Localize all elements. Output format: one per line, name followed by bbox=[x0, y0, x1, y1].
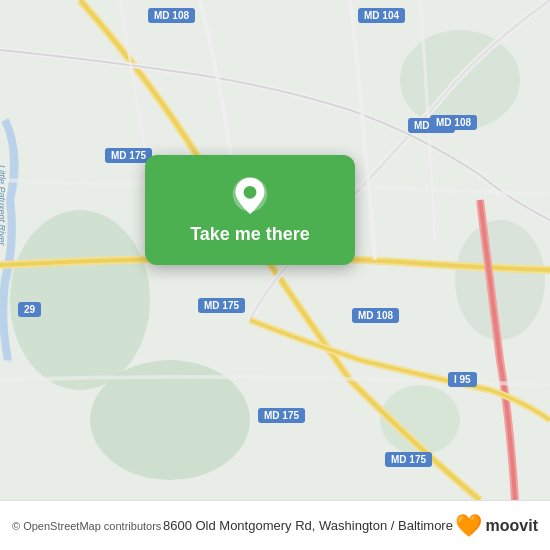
svg-point-7 bbox=[244, 186, 257, 199]
take-me-there-label: Take me there bbox=[190, 224, 310, 245]
svg-point-1 bbox=[10, 210, 150, 390]
take-me-there-card[interactable]: Take me there bbox=[145, 155, 355, 265]
moovit-text: moovit bbox=[486, 517, 538, 535]
road-label-md108-top: MD 108 bbox=[148, 8, 195, 23]
road-label-md175-left: MD 175 bbox=[105, 148, 152, 163]
road-label-md175-mid: MD 175 bbox=[198, 298, 245, 313]
location-pin-icon bbox=[230, 176, 270, 216]
osm-attribution: © OpenStreetMap contributors bbox=[12, 520, 161, 532]
road-label-md175-br: MD 175 bbox=[385, 452, 432, 467]
river-label: Little Patuxent River bbox=[0, 165, 7, 246]
svg-point-5 bbox=[455, 220, 545, 340]
map-container: MD 108 MD 104 MD 175 MD 103 108 MD 175 M… bbox=[0, 0, 550, 500]
moovit-logo: 🧡 moovit bbox=[455, 513, 538, 539]
location-label: 8600 Old Montgomery Rd, Washington / Bal… bbox=[161, 518, 454, 533]
bottom-bar: © OpenStreetMap contributors 8600 Old Mo… bbox=[0, 500, 550, 550]
road-label-md108-right: MD 108 bbox=[352, 308, 399, 323]
attribution-area: © OpenStreetMap contributors bbox=[12, 520, 161, 532]
road-label-i95: I 95 bbox=[448, 372, 477, 387]
road-label-md108-br: MD 108 bbox=[430, 115, 477, 130]
road-label-md175-low: MD 175 bbox=[258, 408, 305, 423]
road-label-29: 29 bbox=[18, 302, 41, 317]
road-label-md104: MD 104 bbox=[358, 8, 405, 23]
moovit-icon: 🧡 bbox=[455, 513, 482, 539]
